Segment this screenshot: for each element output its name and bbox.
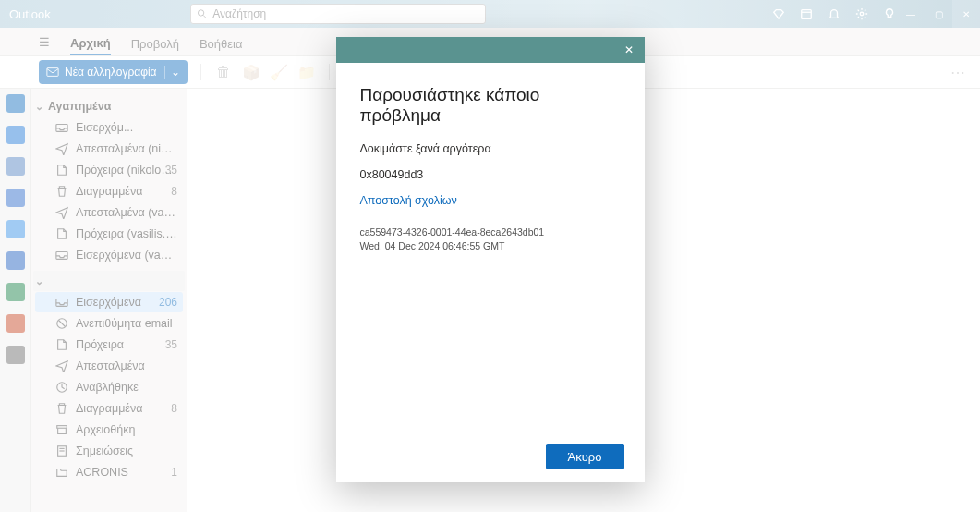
trace-id: ca559473-4326-0001-44ea-8eca2643db01: [360, 226, 621, 239]
dialog-header: ✕: [336, 37, 645, 63]
error-code: 0x80049dd3: [360, 168, 621, 181]
cancel-button[interactable]: Άκυρο: [546, 444, 624, 469]
error-dialog: ✕ Παρουσιάστηκε κάποιο πρόβλημα Δοκιμάστ…: [336, 37, 645, 482]
dialog-title: Παρουσιάστηκε κάποιο πρόβλημα: [360, 85, 621, 126]
dialog-footer: Άκυρο: [336, 431, 645, 482]
dialog-body: Παρουσιάστηκε κάποιο πρόβλημα Δοκιμάστε …: [336, 63, 645, 431]
feedback-link[interactable]: Αποστολή σχολίων: [360, 194, 621, 207]
close-icon[interactable]: ✕: [621, 42, 637, 58]
timestamp: Wed, 04 Dec 2024 06:46:55 GMT: [360, 239, 621, 253]
dialog-message: Δοκιμάστε ξανά αργότερα: [360, 142, 621, 155]
modal-overlay: ✕ Παρουσιάστηκε κάποιο πρόβλημα Δοκιμάστ…: [0, 0, 980, 512]
